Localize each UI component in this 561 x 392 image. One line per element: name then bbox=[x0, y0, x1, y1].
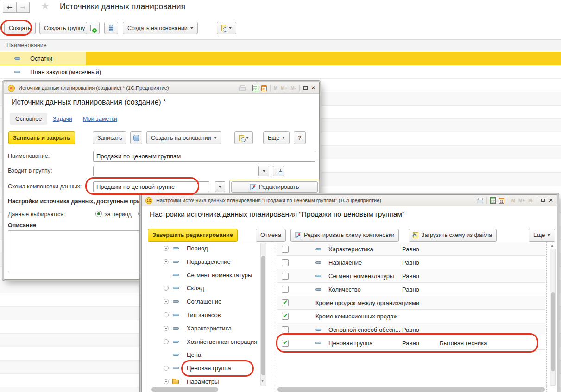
checkbox[interactable] bbox=[282, 259, 289, 266]
list-row[interactable]: Остатки bbox=[0, 52, 561, 65]
favorites-star-icon[interactable]: ★ bbox=[41, 0, 50, 12]
report-dropdown[interactable] bbox=[217, 22, 236, 34]
splitter[interactable] bbox=[271, 242, 271, 392]
checkbox[interactable] bbox=[282, 246, 289, 253]
tab-notes[interactable]: Мои заметки bbox=[83, 116, 117, 122]
list-column-header[interactable]: Наименование bbox=[0, 39, 561, 51]
condition-row[interactable]: НазначениеРавно bbox=[277, 256, 545, 269]
parent-group-open-button[interactable] bbox=[273, 166, 284, 176]
condition-row[interactable]: Основной способ обесп...Равно bbox=[277, 323, 545, 336]
list-scrollbar[interactable] bbox=[550, 249, 556, 386]
checkbox[interactable]: ✔ bbox=[282, 340, 289, 347]
set-list-button[interactable] bbox=[104, 22, 118, 34]
create-group-button[interactable]: Создать группу bbox=[39, 22, 89, 34]
create-copy-button[interactable] bbox=[86, 22, 100, 34]
expand-icon[interactable] bbox=[164, 246, 169, 251]
memory-button[interactable]: M bbox=[274, 86, 277, 91]
set-list-button[interactable] bbox=[130, 131, 142, 144]
help-button[interactable]: ? bbox=[294, 131, 306, 144]
finish-editing-button[interactable]: Завершить редактирование bbox=[148, 229, 238, 242]
checkbox[interactable] bbox=[282, 273, 289, 280]
checkbox[interactable]: ✔ bbox=[282, 299, 289, 306]
radio-period[interactable] bbox=[95, 211, 102, 217]
tree-item[interactable]: Соглашение bbox=[151, 295, 261, 308]
list-row[interactable]: План закупок (месячный) bbox=[0, 65, 561, 79]
calendar-icon[interactable]: 31 bbox=[261, 85, 267, 91]
tab-main[interactable]: Основное bbox=[10, 113, 47, 125]
tree-scrollbar[interactable] bbox=[260, 243, 266, 386]
memory-plus-button[interactable]: M+ bbox=[518, 198, 525, 203]
memory-button[interactable]: M bbox=[511, 198, 515, 203]
tree-item[interactable]: Тип запасов bbox=[151, 308, 261, 322]
tab-tasks[interactable]: Задачи bbox=[53, 116, 72, 122]
save-button[interactable]: Записать bbox=[93, 131, 126, 144]
expand-icon[interactable] bbox=[164, 299, 169, 304]
list-hscrollbar-thumb[interactable] bbox=[277, 387, 545, 392]
print-icon[interactable] bbox=[239, 87, 246, 91]
close-icon[interactable]: ✕ bbox=[311, 85, 315, 91]
scroll-down-icon[interactable]: ▼ bbox=[261, 379, 264, 383]
edit-dcs-button[interactable]: Редактировать bbox=[231, 181, 318, 193]
expand-icon[interactable] bbox=[164, 312, 169, 317]
tree-item[interactable]: Хозяйственная операция bbox=[151, 335, 261, 348]
condition-row[interactable]: ✔Кроме комиссионных продаж bbox=[277, 310, 545, 323]
condition-row[interactable]: КоличествоРавно bbox=[277, 283, 545, 296]
tree-item[interactable]: Цена bbox=[151, 348, 261, 361]
parent-group-input[interactable] bbox=[93, 166, 259, 176]
list-scrollbar-thumb[interactable] bbox=[551, 292, 555, 371]
checkbox[interactable]: ✔ bbox=[282, 313, 289, 320]
name-input[interactable] bbox=[93, 151, 315, 162]
expand-icon[interactable] bbox=[164, 339, 169, 344]
create-based-on-dropdown[interactable]: Создать на основании bbox=[123, 22, 198, 34]
memory-minus-button[interactable]: M- bbox=[290, 86, 296, 91]
print-icon[interactable] bbox=[477, 199, 483, 203]
tree-scrollbar-thumb[interactable] bbox=[261, 256, 265, 375]
tree-item[interactable]: Подразделение bbox=[151, 255, 261, 268]
calendar-icon[interactable]: 31 bbox=[499, 198, 504, 204]
forward-button[interactable]: → bbox=[16, 2, 30, 13]
checkbox[interactable] bbox=[282, 286, 289, 293]
parent-group-dropdown-button[interactable] bbox=[259, 166, 269, 176]
cancel-button[interactable]: Отмена bbox=[256, 229, 286, 242]
condition-row[interactable]: ✔Кроме продаж между организациями bbox=[277, 296, 545, 310]
close-icon[interactable]: ✕ bbox=[548, 198, 553, 203]
calculator-icon[interactable] bbox=[252, 85, 258, 91]
report-dropdown[interactable] bbox=[234, 131, 253, 144]
expand-icon[interactable] bbox=[164, 326, 169, 331]
calculator-icon[interactable] bbox=[490, 197, 496, 204]
expand-icon[interactable] bbox=[164, 379, 169, 384]
condition-row[interactable]: Сегмент номенклатурыРавно bbox=[277, 269, 545, 283]
create-dialog-titlebar[interactable]: 1С Источник данных планирования (создани… bbox=[4, 82, 319, 94]
tree-item[interactable]: Склад bbox=[151, 281, 261, 295]
expand-icon[interactable] bbox=[164, 259, 169, 264]
splitter[interactable] bbox=[275, 242, 275, 392]
back-button[interactable]: ← bbox=[3, 2, 16, 13]
tree-item[interactable]: Период bbox=[151, 242, 261, 255]
maximize-icon[interactable] bbox=[541, 199, 545, 202]
tree-item[interactable]: Параметры bbox=[151, 375, 261, 388]
checkbox[interactable] bbox=[282, 326, 289, 333]
save-close-button[interactable]: Записать и закрыть bbox=[8, 131, 75, 144]
more-button[interactable]: Еще bbox=[529, 229, 555, 242]
dcs-dropdown-button[interactable] bbox=[215, 181, 225, 192]
dcs-input[interactable] bbox=[93, 181, 209, 192]
memory-minus-button[interactable]: M- bbox=[528, 198, 534, 203]
tree-item[interactable]: Сегмент номенклатуры bbox=[151, 268, 261, 282]
expand-icon[interactable] bbox=[164, 366, 169, 371]
more-button[interactable]: Еще bbox=[263, 131, 290, 144]
settings-titlebar[interactable]: 1С Настройки источника данных планирован… bbox=[142, 195, 557, 206]
condition-row[interactable]: ХарактеристикаРавно bbox=[277, 243, 545, 256]
splitter[interactable] bbox=[546, 242, 547, 392]
load-scheme-button[interactable]: Загрузить схему из файла bbox=[409, 229, 497, 242]
expand-icon[interactable] bbox=[164, 286, 169, 291]
memory-plus-button[interactable]: M+ bbox=[281, 86, 287, 91]
condition-row[interactable]: ✔Ценовая группаРавноБытовая техника bbox=[277, 336, 545, 350]
create-button[interactable]: Создать bbox=[4, 22, 36, 34]
edit-scheme-button[interactable]: Редактировать схему компоновки bbox=[290, 229, 399, 242]
tree-item[interactable]: Ценовая группа bbox=[151, 361, 261, 375]
tree-hscrollbar-thumb[interactable] bbox=[151, 387, 218, 392]
scroll-up-icon[interactable]: ▲ bbox=[551, 244, 553, 248]
tree-item[interactable]: Характеристика bbox=[151, 322, 261, 335]
maximize-icon[interactable] bbox=[303, 86, 308, 90]
create-based-on-dropdown[interactable]: Создать на основании bbox=[146, 131, 221, 144]
